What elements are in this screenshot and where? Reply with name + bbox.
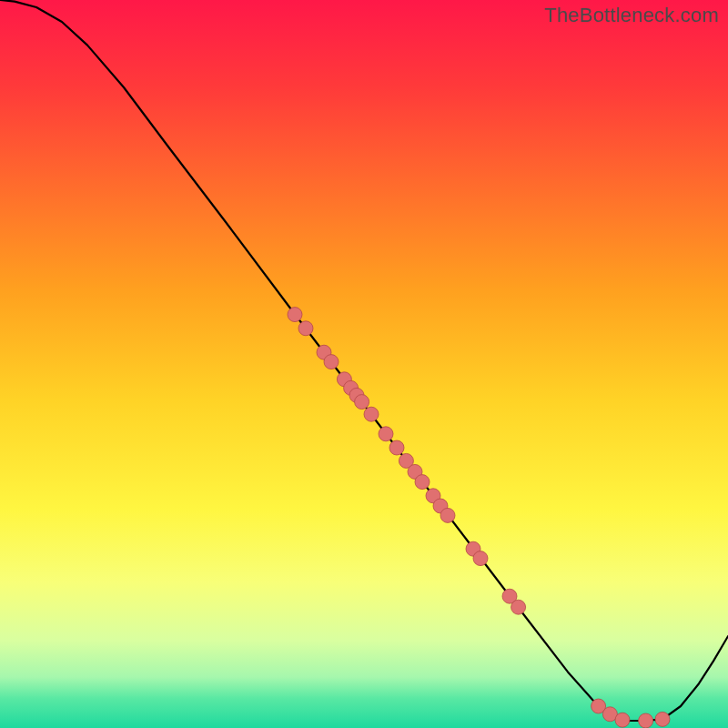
data-point	[355, 395, 369, 410]
data-point	[298, 321, 313, 336]
chart-container: TheBottleneck.com	[0, 0, 728, 728]
bottleneck-curve-chart	[0, 0, 728, 728]
data-point	[415, 475, 430, 490]
data-point	[389, 440, 404, 455]
data-point	[615, 713, 630, 727]
data-point	[379, 427, 393, 441]
data-point	[324, 355, 339, 369]
data-points	[288, 308, 670, 728]
data-point	[655, 712, 670, 726]
performance-curve	[0, 0, 728, 721]
data-point	[440, 508, 455, 522]
data-point	[288, 308, 302, 322]
data-point	[639, 713, 653, 728]
data-point	[511, 600, 526, 614]
watermark-text: TheBottleneck.com	[544, 4, 719, 27]
data-point	[473, 551, 488, 566]
data-point	[364, 407, 379, 421]
